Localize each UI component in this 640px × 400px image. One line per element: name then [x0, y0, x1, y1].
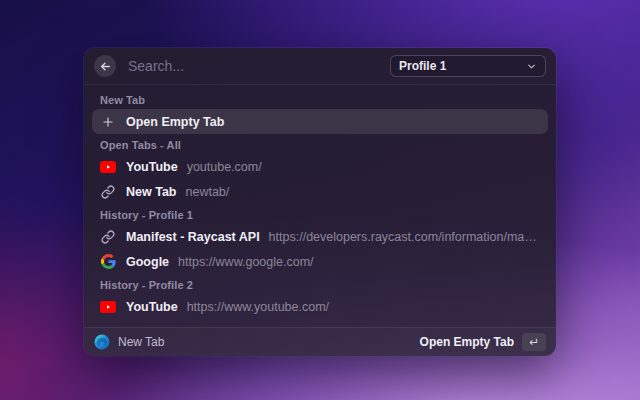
- chevron-down-icon: [526, 61, 537, 72]
- google-icon: [100, 254, 116, 270]
- plus-icon: [100, 114, 116, 130]
- footer-app-name: New Tab: [118, 335, 164, 349]
- profile-dropdown[interactable]: Profile 1: [390, 55, 546, 77]
- search-input[interactable]: [126, 57, 390, 75]
- link-icon: [100, 184, 116, 200]
- section-open-tabs: Open Tabs - All YouTube youtube.com/ New…: [92, 139, 548, 204]
- list-item-manifest-raycast-api[interactable]: Manifest - Raycast API https://developer…: [92, 224, 548, 249]
- item-title: YouTube: [126, 160, 178, 174]
- list-item-new-tab[interactable]: New Tab newtab/: [92, 179, 548, 204]
- item-subtitle: https://developers.raycast.com/informati…: [269, 230, 540, 244]
- arrow-left-icon: [99, 60, 112, 73]
- section-new-tab: New Tab Open Empty Tab: [92, 94, 548, 134]
- item-subtitle: newtab/: [185, 185, 540, 199]
- enter-key-icon: ↵: [522, 333, 546, 351]
- youtube-icon: [100, 299, 116, 315]
- item-subtitle: youtube.com/: [187, 160, 540, 174]
- list-item-open-empty-tab[interactable]: Open Empty Tab: [92, 109, 548, 134]
- list-item-google[interactable]: Google https://www.google.com/: [92, 249, 548, 274]
- item-title: Google: [126, 255, 169, 269]
- search-bar: Profile 1: [84, 48, 556, 85]
- footer-bar: New Tab Open Empty Tab ↵: [84, 327, 556, 356]
- item-title: New Tab: [126, 185, 176, 199]
- list-item-youtube-history[interactable]: YouTube https://www.youtube.com/: [92, 294, 548, 319]
- item-title: Manifest - Raycast API: [126, 230, 260, 244]
- results-list: New Tab Open Empty Tab Open Tabs - All Y…: [84, 85, 556, 327]
- back-button[interactable]: [94, 55, 116, 77]
- section-header: History - Profile 1: [100, 209, 540, 221]
- profile-dropdown-value: Profile 1: [399, 59, 526, 73]
- launcher-window: Profile 1 New Tab Open Empty Tab Open Ta…: [84, 48, 556, 356]
- youtube-icon: [100, 159, 116, 175]
- link-icon: [100, 229, 116, 245]
- section-history-profile-2: History - Profile 2 YouTube https://www.…: [92, 279, 548, 319]
- item-subtitle: https://www.google.com/: [178, 255, 540, 269]
- list-item-youtube-tab[interactable]: YouTube youtube.com/: [92, 154, 548, 179]
- section-header: New Tab: [100, 94, 540, 106]
- footer-action-label[interactable]: Open Empty Tab: [420, 335, 514, 349]
- item-title: Open Empty Tab: [126, 115, 224, 129]
- section-history-profile-1: History - Profile 1 Manifest - Raycast A…: [92, 209, 548, 274]
- edge-icon: [94, 334, 110, 350]
- section-header: History - Profile 2: [100, 279, 540, 291]
- item-subtitle: https://www.youtube.com/: [187, 300, 540, 314]
- item-title: YouTube: [126, 300, 178, 314]
- section-header: Open Tabs - All: [100, 139, 540, 151]
